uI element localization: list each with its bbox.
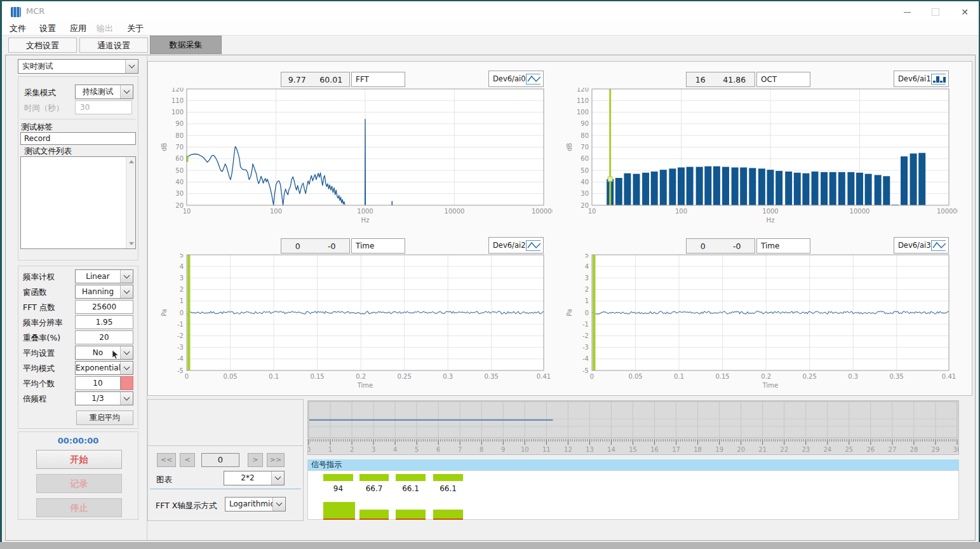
next-frame-button[interactable]: > [248, 453, 263, 467]
svg-text:16: 16 [650, 446, 659, 453]
acq-mode-value: 持续测试 [76, 85, 120, 98]
scroll-down-icon[interactable] [126, 239, 136, 248]
timer-display: 00:00:00 [18, 436, 138, 445]
svg-text:60: 60 [175, 155, 184, 162]
restart-average-button[interactable]: 重启平均 [76, 410, 133, 425]
line-chart-icon [526, 74, 541, 85]
maximize-button[interactable] [923, 3, 948, 22]
setting-input[interactable]: 10 [75, 376, 121, 390]
listbox-scrollbar[interactable] [126, 157, 135, 248]
setting-select[interactable]: Hanning [75, 285, 133, 299]
test-label-input[interactable]: Record [20, 132, 136, 145]
svg-text:-5: -5 [177, 367, 184, 374]
menu-item-3[interactable]: 应用 [70, 23, 86, 34]
time-plot[interactable]: -5-4-3-2-101234500.050.10.150.20.250.30.… [152, 254, 553, 392]
svg-text:5: 5 [585, 254, 589, 259]
menu-item-1[interactable]: 文件 [10, 23, 26, 34]
svg-text:0.2: 0.2 [761, 373, 771, 380]
svg-text:100: 100 [270, 208, 282, 215]
setting-select[interactable]: No [75, 346, 133, 360]
chart-type-box[interactable]: Time [756, 238, 810, 254]
tab-2[interactable]: 通道设置 [79, 37, 148, 53]
chevron-down-icon [120, 362, 133, 374]
bar-chart-icon [931, 74, 946, 85]
setting-input[interactable]: 20 [75, 330, 133, 344]
menu-item-5[interactable]: 关于 [127, 23, 144, 34]
menu-item-2[interactable]: 设置 [39, 23, 56, 34]
chevron-down-icon [271, 471, 284, 485]
scroll-up-icon[interactable] [126, 157, 136, 166]
signal-level-bar [359, 474, 389, 481]
svg-text:50: 50 [175, 167, 184, 174]
channel-box[interactable]: Dev6/ai0 [488, 71, 544, 87]
test-mode-select[interactable]: 实时测试 [18, 59, 138, 74]
channel-box[interactable]: Dev6/ai3 [894, 237, 949, 254]
chart-type-box[interactable]: Time [351, 238, 405, 254]
stop-button[interactable]: 停止 [36, 498, 122, 517]
first-frame-button[interactable]: << [157, 453, 176, 467]
svg-text:70: 70 [175, 144, 184, 151]
test-file-listbox[interactable] [20, 156, 136, 249]
timeline-ruler[interactable]: 0123456789101112131415161718192021222324… [308, 401, 958, 454]
svg-text:28: 28 [910, 446, 918, 453]
fft-plot[interactable]: 2030405060708090100110120101001000100001… [152, 88, 553, 230]
acq-mode-select[interactable]: 持续测试 [75, 85, 133, 99]
svg-text:30: 30 [581, 190, 589, 197]
time-plot[interactable]: -5-4-3-2-101234500.050.10.150.20.250.30.… [558, 254, 958, 392]
svg-text:5: 5 [415, 446, 419, 453]
svg-text:110: 110 [577, 97, 589, 104]
svg-text:19: 19 [715, 446, 723, 453]
chart-type-box[interactable]: OCT [756, 72, 810, 87]
chevron-down-icon [120, 346, 133, 359]
svg-text:-2: -2 [582, 332, 589, 339]
channel-box[interactable]: Dev6/ai1 [894, 71, 949, 87]
screen: MCR ✕ 文件设置应用输出关于 文档设置通道设置数据采集 实时测试 采集模式 … [0, 0, 980, 549]
last-frame-button[interactable]: >> [267, 453, 285, 467]
svg-text:0: 0 [585, 309, 589, 316]
cursor-readout: 0 -0 [281, 238, 350, 254]
svg-text:0.35: 0.35 [485, 373, 499, 380]
frame-position-input[interactable]: 0 [201, 453, 239, 467]
chart-type-box[interactable]: FFT [351, 72, 405, 87]
signal-meter-bar [433, 510, 463, 520]
setting-select[interactable]: 1/3 [75, 391, 133, 405]
time-input[interactable]: 30 [75, 100, 132, 114]
close-button[interactable]: ✕ [952, 3, 977, 22]
oct-plot[interactable]: 2030405060708090100110120101001000100001… [558, 88, 958, 230]
channel-label: Dev6/ai0 [493, 74, 526, 83]
svg-text:-4: -4 [177, 355, 184, 362]
chart-oct: 16 41.86 OCT Dev6/ai1 203040506070809010… [558, 70, 958, 230]
tab-1[interactable]: 文档设置 [8, 37, 77, 53]
minimize-button[interactable] [894, 3, 920, 22]
channel-label: Dev6/ai2 [493, 241, 526, 250]
chart-time-ai2: 0 -0 Time Dev6/ai2 -5-4-3-2-101234500.05… [152, 236, 553, 393]
setting-select[interactable]: Linear [75, 269, 133, 283]
line-chart-icon [931, 240, 946, 251]
setting-input[interactable]: 1.95 [75, 315, 133, 329]
svg-text:-1: -1 [177, 321, 184, 328]
svg-text:80: 80 [581, 132, 589, 139]
start-button[interactable]: 开始 [36, 450, 122, 469]
svg-text:90: 90 [581, 120, 589, 127]
test-mode-value: 实时测试 [18, 60, 125, 73]
timeline-panel[interactable]: 0123456789101112131415161718192021222324… [307, 400, 959, 455]
prev-frame-button[interactable]: < [180, 453, 195, 467]
setting-input[interactable]: 25600 [75, 300, 133, 314]
record-button[interactable]: 记录 [36, 474, 122, 493]
tab-3[interactable]: 数据采集 [150, 36, 222, 54]
setting-select[interactable]: Exponential [75, 361, 133, 375]
svg-text:1000: 1000 [762, 208, 778, 215]
setting-label: 平均设置 [23, 348, 55, 359]
chart-layout-select[interactable]: 2*2 [224, 471, 285, 485]
svg-text:3: 3 [372, 446, 375, 453]
fft-axis-mode-label: FFT X轴显示方式 [156, 501, 217, 512]
close-icon: ✕ [961, 7, 969, 17]
svg-text:0.3: 0.3 [848, 373, 858, 380]
fft-axis-mode-select[interactable]: Logarithmic [225, 497, 286, 512]
svg-text:0.15: 0.15 [715, 373, 729, 380]
svg-text:1: 1 [180, 297, 184, 304]
svg-text:21: 21 [758, 446, 767, 453]
svg-text:Hz: Hz [767, 217, 775, 224]
channel-box[interactable]: Dev6/ai2 [488, 237, 544, 254]
svg-text:10: 10 [183, 208, 191, 215]
